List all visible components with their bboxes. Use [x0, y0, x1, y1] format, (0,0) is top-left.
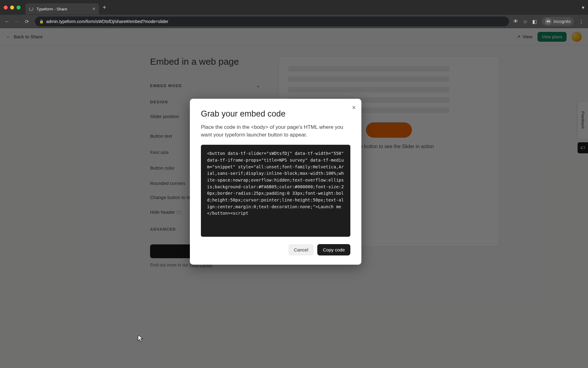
bookmark-icon[interactable]: ☆ — [523, 19, 527, 25]
copy-code-button[interactable]: Copy code — [317, 244, 350, 255]
close-tab-icon[interactable]: × — [92, 6, 95, 12]
eye-off-icon[interactable]: 👁 — [513, 19, 518, 24]
extensions-icon[interactable]: ◧ — [532, 19, 537, 25]
incognito-icon: 🕶 — [545, 18, 552, 25]
app-root: ← Back to Share ↗ View View plans Embed … — [0, 28, 588, 368]
back-icon[interactable]: ← — [4, 19, 10, 24]
toolbar-actions: 👁 ☆ ◧ 🕶 Incognito ⋮ — [513, 17, 584, 26]
modal-description: Place the code in the <body> of your pag… — [201, 124, 350, 139]
close-icon[interactable]: × — [352, 104, 356, 112]
tab-title: Typeform - Share — [36, 7, 67, 11]
browser-toolbar: ← → ⟳ 🔒 admin.typeform.com/form/sWDtsfDj… — [0, 15, 588, 28]
embed-code-modal: × Grab your embed code Place the code in… — [190, 99, 361, 265]
browser-tab-strip: Typeform - Share × + ▾ — [0, 0, 588, 15]
loading-icon — [29, 7, 33, 11]
minimize-window-icon[interactable] — [10, 6, 14, 10]
close-window-icon[interactable] — [4, 6, 8, 10]
tabs-dropdown-icon[interactable]: ▾ — [582, 5, 584, 10]
address-bar[interactable]: 🔒 admin.typeform.com/form/sWDtsfDj/share… — [35, 17, 509, 26]
modal-title: Grab your embed code — [201, 109, 350, 119]
cancel-button[interactable]: Cancel — [288, 244, 314, 255]
browser-tab[interactable]: Typeform - Share × — [25, 3, 99, 14]
incognito-label: Incognito — [553, 19, 571, 24]
embed-code-box[interactable]: <button data-tf-slider="sWDtsfDj" data-t… — [201, 145, 350, 237]
url-text: admin.typeform.com/form/sWDtsfDj/share#/… — [46, 19, 168, 24]
window-controls — [4, 6, 21, 10]
menu-icon[interactable]: ⋮ — [579, 19, 584, 25]
maximize-window-icon[interactable] — [17, 6, 21, 10]
reload-icon[interactable]: ⟳ — [24, 19, 29, 25]
forward-icon: → — [14, 19, 20, 24]
lock-icon: 🔒 — [39, 19, 44, 24]
new-tab-button[interactable]: + — [103, 4, 106, 11]
incognito-badge[interactable]: 🕶 Incognito — [542, 17, 574, 26]
